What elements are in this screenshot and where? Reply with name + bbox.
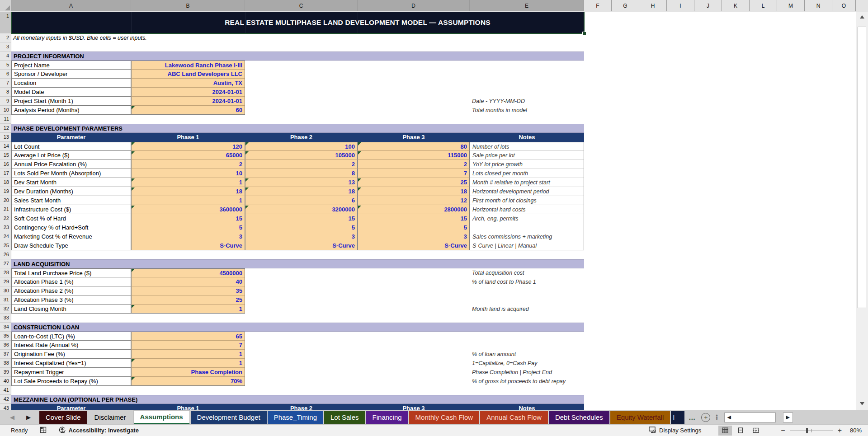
row-header-21[interactable]: 21	[0, 205, 11, 214]
input-cell-B38[interactable]: 1	[131, 359, 245, 368]
column-header-B[interactable]: B	[131, 0, 245, 11]
new-sheet-button[interactable]: +	[701, 413, 710, 422]
input-cell-C22[interactable]: 15	[245, 214, 358, 223]
input-cell-D14[interactable]: 80	[358, 142, 470, 151]
param-label-A37[interactable]: Origination Fee (%)	[11, 350, 131, 359]
vertical-scrollbar-thumb[interactable]	[858, 27, 866, 308]
row-header-33[interactable]: 33	[0, 314, 11, 323]
vertical-scrollbar[interactable]	[856, 12, 868, 410]
row-header-42[interactable]: 42	[0, 395, 11, 404]
column-header-L[interactable]: L	[750, 0, 777, 11]
column-header-D[interactable]: D	[358, 0, 470, 11]
input-cell-C15[interactable]: 105000	[245, 151, 358, 160]
row-header-3[interactable]: 3	[0, 42, 11, 52]
column-header-G[interactable]: G	[612, 0, 639, 11]
param-label-A18[interactable]: Dev Start Month	[11, 178, 131, 187]
param-label-A15[interactable]: Average Lot Price ($)	[11, 151, 131, 160]
input-cell-B17[interactable]: 10	[131, 169, 245, 178]
param-label-A25[interactable]: Draw Schedule Type	[11, 241, 131, 250]
input-cell-B9[interactable]: 2024-01-01	[131, 97, 245, 106]
column-header-E[interactable]: E	[470, 0, 584, 11]
param-label-A23[interactable]: Contingency % of Hard+Soft	[11, 223, 131, 232]
note-cell-E23[interactable]	[470, 223, 584, 232]
sheet-tab-debt-schedules[interactable]: Debt Schedules	[549, 411, 609, 424]
column-header-H[interactable]: H	[639, 0, 667, 11]
hscroll-right-button[interactable]: ▶	[783, 413, 793, 422]
tab-overflow-ellipsis[interactable]: …	[689, 413, 696, 421]
row-header-17[interactable]: 17	[0, 169, 11, 178]
section-header-project-information[interactable]: PROJECT INFORMATION	[11, 52, 584, 61]
note-cell-E15[interactable]: Sale price per lot	[470, 151, 584, 160]
sheet-tab-disclaimer[interactable]: Disclaimer	[88, 411, 132, 424]
input-cell-D19[interactable]: 18	[358, 187, 470, 196]
section-header-phase-development-parameters[interactable]: PHASE DEVELOPMENT PARAMETERS	[11, 124, 584, 133]
row-header-8[interactable]: 8	[0, 88, 11, 97]
scroll-down-button[interactable]	[856, 398, 868, 408]
input-cell-B22[interactable]: 15	[131, 214, 245, 223]
note-cell-E19[interactable]: Horizontal development period	[470, 187, 584, 196]
input-cell-B21[interactable]: 3600000	[131, 205, 245, 214]
param-label-A40[interactable]: Lot Sale Proceeds to Repay (%)	[11, 377, 131, 386]
row-header-40[interactable]: 40	[0, 377, 11, 386]
param-label-A19[interactable]: Dev Duration (Months)	[11, 187, 131, 196]
param-label-A17[interactable]: Lots Sold Per Month (Absorption)	[11, 169, 131, 178]
row-header-1[interactable]: 1	[0, 12, 11, 33]
note-cell-E22[interactable]: Arch, eng, permits	[470, 214, 584, 223]
row-header-34[interactable]: 34	[0, 323, 11, 332]
input-cell-D24[interactable]: 3	[358, 232, 470, 241]
row-header-6[interactable]: 6	[0, 70, 11, 79]
input-cell-C18[interactable]: 13	[245, 178, 358, 187]
sheet-tab-financing[interactable]: Financing	[366, 411, 408, 424]
note-cell-E18[interactable]: Month # relative to project start	[470, 178, 584, 187]
row-header-27[interactable]: 27	[0, 259, 11, 268]
input-cell-B16[interactable]: 2	[131, 160, 245, 169]
input-cell-B36[interactable]: 7	[131, 341, 245, 350]
column-header-A[interactable]: A	[11, 0, 131, 11]
input-cell-B20[interactable]: 1	[131, 196, 245, 205]
sheet-tab-i[interactable]: I	[671, 411, 684, 424]
note-cell-E21[interactable]: Horizontal hard costs	[470, 205, 584, 214]
param-label-A39[interactable]: Repayment Trigger	[11, 368, 131, 377]
row-header-37[interactable]: 37	[0, 350, 11, 359]
row-header-36[interactable]: 36	[0, 341, 11, 350]
sheet-tab-monthly-cash-flow[interactable]: Monthly Cash Flow	[409, 411, 480, 424]
input-cell-D18[interactable]: 25	[358, 178, 470, 187]
sheet-tab-assumptions[interactable]: Assumptions	[134, 411, 189, 425]
input-cell-D17[interactable]: 7	[358, 169, 470, 178]
input-cell-B37[interactable]: 1	[131, 350, 245, 359]
input-cell-D25[interactable]: S-Curve	[358, 241, 470, 250]
input-cell-B32[interactable]: 1	[131, 305, 245, 314]
input-cell-B24[interactable]: 3	[131, 232, 245, 241]
sheet-tab-cover-slide[interactable]: Cover Slide	[39, 411, 87, 424]
input-cell-B19[interactable]: 18	[131, 187, 245, 196]
column-header-K[interactable]: K	[722, 0, 750, 11]
row-header-22[interactable]: 22	[0, 214, 11, 223]
input-cell-D23[interactable]: 5	[358, 223, 470, 232]
input-cell-D16[interactable]: 2	[358, 160, 470, 169]
row-header-19[interactable]: 19	[0, 187, 11, 196]
row-header-23[interactable]: 23	[0, 223, 11, 232]
row-header-32[interactable]: 32	[0, 305, 11, 314]
input-cell-C14[interactable]: 100	[245, 142, 358, 151]
param-label-A16[interactable]: Annual Price Escalation (%)	[11, 160, 131, 169]
zoom-slider-thumb[interactable]	[806, 428, 808, 433]
input-cell-C23[interactable]: 5	[245, 223, 358, 232]
sheet-tab-annual-cash-flow[interactable]: Annual Cash Flow	[480, 411, 548, 424]
param-label-A32[interactable]: Land Closing Month	[11, 305, 131, 314]
param-label-A30[interactable]: Allocation Phase 2 (%)	[11, 286, 131, 295]
zoom-slider[interactable]	[790, 427, 833, 434]
tab-scroll-left-icon[interactable]: ◀	[10, 414, 14, 420]
row-header-26[interactable]: 26	[0, 250, 11, 259]
sheet-tab-lot-sales[interactable]: Lot Sales	[324, 411, 365, 424]
param-label-A7[interactable]: Location	[11, 79, 131, 88]
column-header-F[interactable]: F	[584, 0, 612, 11]
row-header-31[interactable]: 31	[0, 295, 11, 305]
zoom-in-button[interactable]: +	[838, 427, 842, 434]
sheet-tab-development-budget[interactable]: Development Budget	[191, 411, 267, 424]
column-header-N[interactable]: N	[805, 0, 832, 11]
normal-view-button[interactable]	[718, 426, 732, 436]
row-header-2[interactable]: 2	[0, 33, 11, 42]
input-cell-C21[interactable]: 3200000	[245, 205, 358, 214]
input-cell-B6[interactable]: ABC Land Developers LLC	[131, 70, 245, 79]
param-label-A31[interactable]: Allocation Phase 3 (%)	[11, 295, 131, 305]
